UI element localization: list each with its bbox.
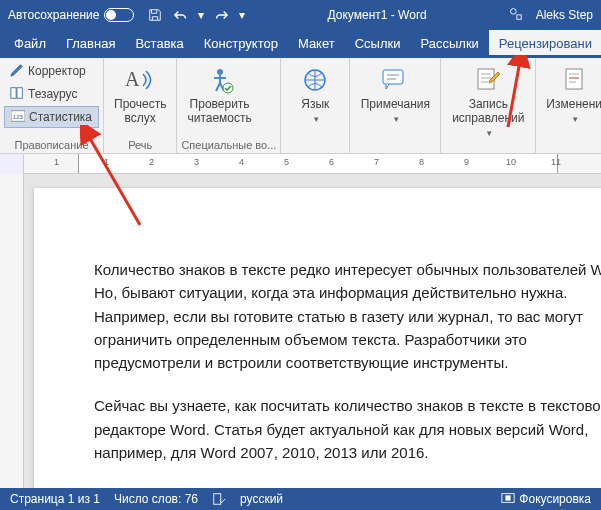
status-page[interactable]: Страница 1 из 1	[10, 492, 100, 506]
proofreader-label: Корректор	[28, 64, 86, 78]
track-l1: Запись	[469, 97, 508, 111]
comments-label: Примечания	[361, 97, 430, 111]
language-button[interactable]: Язык▼	[285, 60, 345, 126]
tab-home[interactable]: Главная	[56, 30, 125, 58]
tab-insert[interactable]: Вставка	[125, 30, 193, 58]
redo-icon[interactable]	[210, 4, 232, 26]
track-l2: исправлений	[452, 111, 524, 125]
changes-button[interactable]: Изменени▼	[540, 60, 601, 126]
changes-icon	[560, 64, 588, 96]
tab-review[interactable]: Рецензировани	[489, 30, 601, 58]
thesaurus-label: Тезаурус	[28, 87, 77, 101]
statistics-button[interactable]: 123 Статистика	[4, 106, 99, 128]
tab-file[interactable]: Файл	[4, 30, 56, 58]
svg-rect-3	[17, 87, 22, 98]
svg-rect-23	[506, 495, 511, 500]
language-label: Язык	[301, 97, 329, 111]
svg-rect-1	[517, 14, 521, 18]
paragraph: Количество знаков в тексте редко интерес…	[94, 258, 601, 374]
ruler-corner	[0, 154, 24, 174]
status-language[interactable]: русский	[240, 492, 283, 506]
comments-icon	[381, 64, 409, 96]
comments-button[interactable]: Примечания▼	[354, 60, 436, 126]
title-bar: Автосохранение ▾ ▾ Документ1 - Word Alek…	[0, 0, 601, 30]
group-tracking: Записьисправлений ▼	[441, 58, 536, 153]
statistics-icon: 123	[11, 110, 25, 125]
tab-design[interactable]: Конструктор	[194, 30, 288, 58]
group-label-accessibility: Специальные во...	[181, 137, 276, 153]
document-page[interactable]: Количество знаков в тексте редко интерес…	[34, 188, 601, 490]
user-name[interactable]: Aleks Step	[536, 8, 593, 22]
quick-access-toolbar: ▾ ▾	[144, 4, 248, 26]
svg-point-0	[510, 8, 516, 14]
statistics-label: Статистика	[29, 110, 92, 124]
thesaurus-button[interactable]: Тезаурус	[4, 83, 99, 105]
group-proofing: Корректор Тезаурус 123 Статистика Правоп…	[0, 58, 104, 153]
svg-point-7	[217, 69, 223, 75]
status-word-count[interactable]: Число слов: 76	[114, 492, 198, 506]
undo-icon[interactable]	[170, 4, 192, 26]
read-aloud-l1: Прочесть	[114, 97, 166, 111]
track-changes-icon	[474, 64, 502, 96]
focus-label: Фокусировка	[519, 492, 591, 506]
svg-rect-17	[566, 69, 582, 89]
ribbon: Корректор Тезаурус 123 Статистика Правоп…	[0, 58, 601, 154]
proofreader-icon	[10, 63, 24, 80]
svg-rect-2	[11, 87, 16, 98]
chevron-down-icon: ▼	[312, 115, 320, 124]
read-aloud-button[interactable]: A Прочестьвслух	[108, 60, 172, 126]
svg-text:A: A	[125, 68, 140, 90]
qat-customize-icon[interactable]: ▾	[236, 4, 248, 26]
read-aloud-icon: A	[125, 64, 155, 96]
accessibility-l1: Проверить	[190, 97, 250, 111]
workspace: Количество знаков в тексте редко интерес…	[0, 174, 601, 490]
vertical-ruler[interactable]	[0, 174, 24, 490]
tab-layout[interactable]: Макет	[288, 30, 345, 58]
proofreader-button[interactable]: Корректор	[4, 60, 99, 82]
group-speech: A Прочестьвслух Речь	[104, 58, 177, 153]
check-accessibility-button[interactable]: Проверитьчитаемость	[181, 60, 257, 126]
language-icon	[301, 64, 329, 96]
accessibility-icon	[206, 64, 234, 96]
chevron-down-icon: ▼	[571, 115, 579, 124]
changes-label: Изменени	[546, 97, 601, 111]
toggle-switch-icon	[104, 8, 134, 22]
undo-dropdown-icon[interactable]: ▾	[196, 4, 206, 26]
document-title: Документ1 - Word	[258, 8, 495, 22]
tab-references[interactable]: Ссылки	[345, 30, 411, 58]
svg-rect-10	[383, 70, 403, 84]
group-language: Язык▼	[281, 58, 350, 153]
autosave-toggle[interactable]: Автосохранение	[8, 8, 134, 22]
help-icon[interactable]	[506, 7, 526, 24]
read-aloud-l2: вслух	[125, 111, 156, 125]
ribbon-tabs: Файл Главная Вставка Конструктор Макет С…	[0, 30, 601, 58]
autosave-label: Автосохранение	[8, 8, 99, 22]
accessibility-l2: читаемость	[187, 111, 251, 125]
group-accessibility: Проверитьчитаемость Специальные во...	[177, 58, 281, 153]
chevron-down-icon: ▼	[392, 115, 400, 124]
group-label-proofing: Правописание	[4, 137, 99, 153]
thesaurus-icon	[10, 86, 24, 103]
track-changes-button[interactable]: Записьисправлений ▼	[445, 60, 531, 139]
status-proof-icon[interactable]	[212, 492, 226, 506]
status-focus[interactable]: Фокусировка	[501, 492, 591, 507]
group-changes: Изменени▼	[536, 58, 601, 153]
group-comments: Примечания▼	[350, 58, 441, 153]
focus-icon	[501, 492, 515, 507]
tab-mailings[interactable]: Рассылки	[410, 30, 488, 58]
svg-rect-21	[214, 494, 221, 505]
ruler-scale: 1 1 2 3 4 5 6 7 8 9 10 11	[24, 154, 601, 173]
status-bar: Страница 1 из 1 Число слов: 76 русский Ф…	[0, 488, 601, 510]
svg-text:123: 123	[13, 112, 24, 119]
chevron-down-icon: ▼	[485, 129, 493, 138]
paragraph: Сейчас вы узнаете, как посчитать количес…	[94, 394, 601, 464]
save-icon[interactable]	[144, 4, 166, 26]
page-area[interactable]: Количество знаков в тексте редко интерес…	[24, 174, 601, 490]
group-label-speech: Речь	[108, 137, 172, 153]
horizontal-ruler[interactable]: 1 1 2 3 4 5 6 7 8 9 10 11	[0, 154, 601, 174]
